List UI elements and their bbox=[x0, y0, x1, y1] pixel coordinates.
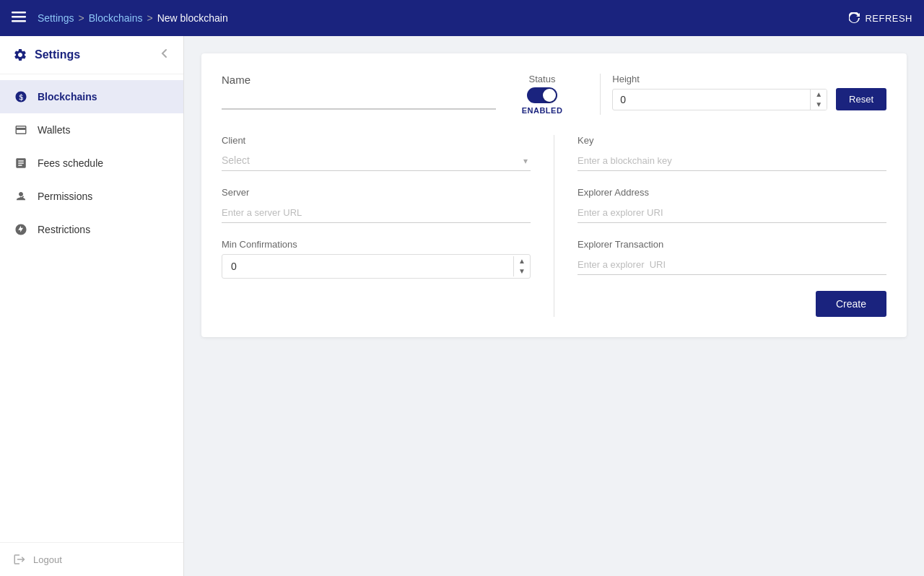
status-label: Status bbox=[529, 74, 556, 84]
sidebar-footer: Logout bbox=[0, 542, 183, 576]
form-actions: Create bbox=[578, 291, 886, 317]
breadcrumb-sep1: > bbox=[79, 12, 84, 24]
reset-button[interactable]: Reset bbox=[836, 88, 886, 110]
height-input-wrap: ▲ ▼ bbox=[612, 89, 827, 110]
min-conf-spin-down[interactable]: ▼ bbox=[514, 266, 530, 276]
sidebar-item-permissions[interactable]: Permissions bbox=[0, 180, 183, 213]
key-input[interactable] bbox=[578, 150, 886, 171]
topbar: Settings > Blockchains > New blockchain … bbox=[0, 0, 924, 36]
explorer-address-input[interactable] bbox=[578, 202, 886, 223]
sidebar-item-blockchains-label: Blockchains bbox=[38, 91, 97, 102]
client-select-wrap: Select ▾ bbox=[222, 150, 531, 171]
client-field-group: Client Select ▾ bbox=[222, 135, 531, 171]
sidebar-item-wallets-label: Wallets bbox=[38, 124, 70, 136]
permissions-icon bbox=[13, 188, 29, 204]
name-field-wrap: Name bbox=[222, 74, 496, 110]
logout-label: Logout bbox=[33, 554, 62, 565]
server-field-group: Server bbox=[222, 187, 531, 223]
min-confirmations-input-wrap: ▲ ▼ bbox=[222, 254, 531, 279]
breadcrumb-blockchains[interactable]: Blockchains bbox=[89, 12, 143, 24]
explorer-transaction-label: Explorer Transaction bbox=[578, 239, 886, 250]
status-enabled-text: ENABLED bbox=[522, 106, 563, 115]
toggle-knob bbox=[543, 89, 556, 102]
sidebar: Settings Blockchains bbox=[0, 36, 184, 576]
breadcrumb: Settings > Blockchains > New blockchain bbox=[38, 12, 228, 24]
form-vertical-divider bbox=[554, 135, 554, 317]
logout-icon bbox=[13, 553, 26, 566]
logout-button[interactable]: Logout bbox=[13, 553, 170, 566]
svg-rect-2 bbox=[12, 20, 26, 22]
breadcrumb-sep2: > bbox=[147, 12, 152, 24]
wallet-icon bbox=[13, 122, 29, 138]
client-label: Client bbox=[222, 135, 531, 146]
toggle-switch[interactable] bbox=[527, 87, 557, 103]
min-confirmations-field-group: Min Confirmations ▲ ▼ bbox=[222, 239, 531, 279]
height-input[interactable] bbox=[613, 90, 810, 110]
sidebar-item-fees-label: Fees schedule bbox=[38, 157, 103, 169]
min-confirmations-label: Min Confirmations bbox=[222, 239, 531, 250]
sidebar-nav: Blockchains Wallets Fees schedule bbox=[0, 74, 183, 542]
sidebar-item-fees[interactable]: Fees schedule bbox=[0, 147, 183, 180]
height-wrap: Height ▲ ▼ Reset bbox=[612, 74, 886, 110]
client-select[interactable]: Select bbox=[222, 150, 531, 171]
explorer-address-field-group: Explorer Address bbox=[578, 187, 886, 223]
svg-rect-1 bbox=[12, 16, 26, 18]
main-content: Name Status ENABLED bbox=[184, 36, 924, 576]
min-conf-spin-up[interactable]: ▲ bbox=[514, 256, 530, 266]
explorer-transaction-field-group: Explorer Transaction bbox=[578, 239, 886, 275]
bitcoin-icon bbox=[13, 89, 29, 105]
name-label: Name bbox=[222, 74, 496, 86]
sidebar-item-wallets[interactable]: Wallets bbox=[0, 113, 183, 147]
height-spin-down[interactable]: ▼ bbox=[811, 100, 827, 110]
sidebar-item-restrictions[interactable]: Restrictions bbox=[0, 213, 183, 246]
min-confirmations-spinners: ▲ ▼ bbox=[513, 256, 530, 276]
svg-rect-0 bbox=[12, 12, 26, 14]
breadcrumb-current: New blockchain bbox=[157, 12, 228, 24]
sidebar-item-permissions-label: Permissions bbox=[38, 191, 92, 202]
left-column: Client Select ▾ Server bbox=[222, 135, 531, 317]
vertical-divider bbox=[600, 74, 601, 115]
right-column: Key Explorer Address Explorer Transactio… bbox=[578, 135, 886, 317]
form-card: Name Status ENABLED bbox=[201, 53, 907, 337]
status-wrap: Status ENABLED bbox=[522, 74, 563, 115]
breadcrumb-settings[interactable]: Settings bbox=[38, 12, 74, 24]
height-spin-up[interactable]: ▲ bbox=[811, 90, 827, 100]
height-field: Height ▲ ▼ bbox=[612, 74, 827, 110]
sidebar-item-blockchains[interactable]: Blockchains bbox=[0, 80, 183, 113]
height-spinners: ▲ ▼ bbox=[810, 90, 827, 110]
key-label: Key bbox=[578, 135, 886, 146]
refresh-button[interactable]: REFRESH bbox=[849, 12, 912, 24]
settings-icon bbox=[13, 48, 27, 62]
min-confirmations-input[interactable] bbox=[222, 255, 513, 278]
restrictions-icon bbox=[13, 222, 29, 237]
main-layout: Settings Blockchains bbox=[0, 36, 924, 576]
sidebar-title: Settings bbox=[13, 48, 80, 62]
server-input[interactable] bbox=[222, 202, 531, 223]
sidebar-collapse-button[interactable] bbox=[159, 48, 170, 62]
name-input[interactable] bbox=[222, 90, 496, 110]
explorer-address-label: Explorer Address bbox=[578, 187, 886, 198]
menu-icon[interactable] bbox=[12, 9, 26, 27]
sidebar-header: Settings bbox=[0, 36, 183, 74]
server-label: Server bbox=[222, 187, 531, 198]
height-label: Height bbox=[612, 74, 827, 84]
status-toggle[interactable] bbox=[527, 87, 557, 103]
explorer-transaction-input[interactable] bbox=[578, 254, 886, 275]
fees-icon bbox=[13, 155, 29, 171]
key-field-group: Key bbox=[578, 135, 886, 171]
sidebar-item-restrictions-label: Restrictions bbox=[38, 224, 90, 235]
create-button[interactable]: Create bbox=[816, 291, 886, 317]
